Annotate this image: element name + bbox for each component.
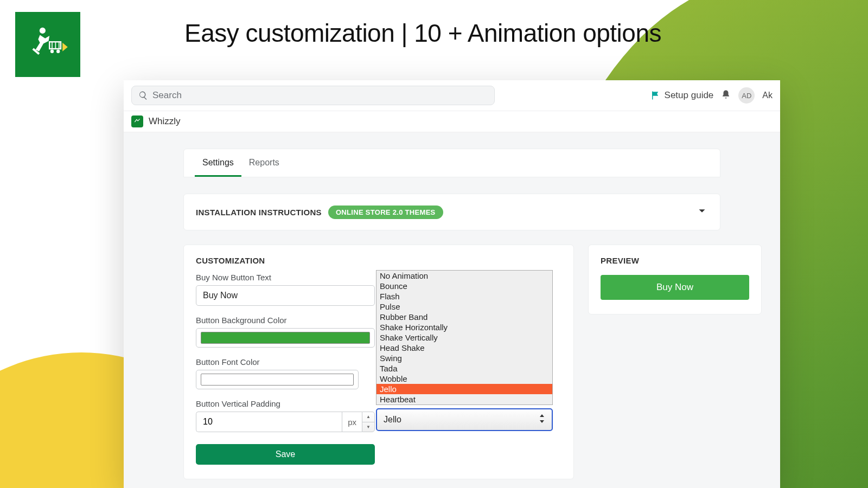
animation-option[interactable]: Pulse (376, 301, 552, 312)
font-color-input[interactable] (196, 370, 359, 389)
vpad-label: Button Vertical Padding (196, 399, 375, 408)
tab-reports[interactable]: Reports (241, 149, 287, 177)
animation-option[interactable]: Tada (376, 363, 552, 374)
bg-color-swatch (201, 332, 370, 344)
flag-icon (650, 91, 660, 100)
chevron-up-icon[interactable]: ▲ (362, 412, 374, 422)
preview-card: PREVIEW Buy Now (588, 245, 762, 314)
chevron-down-icon (696, 205, 708, 217)
font-color-label: Button Font Color (196, 357, 375, 367)
search-input[interactable]: Search (131, 86, 495, 105)
animation-select-value: Jello (384, 415, 401, 425)
bell-icon (721, 89, 731, 99)
preview-heading: PREVIEW (601, 256, 749, 265)
animation-listbox[interactable]: No AnimationBounceFlashPulseRubber BandS… (376, 270, 553, 405)
buy-now-text-label: Buy Now Button Text (196, 273, 375, 282)
vpad-input[interactable] (196, 412, 342, 432)
tab-settings[interactable]: Settings (195, 149, 241, 177)
themes-badge: ONLINE STORE 2.0 THEMES (328, 206, 443, 219)
breadcrumb: Whizzly (124, 111, 780, 132)
animation-option[interactable]: Wobble (376, 374, 552, 384)
animation-option[interactable]: No Animation (376, 271, 552, 281)
customization-card: CUSTOMIZATION Buy Now Button Text Button… (183, 245, 574, 479)
setup-guide-link[interactable]: Setup guide (650, 90, 714, 101)
svg-point-6 (56, 50, 60, 53)
app-mini-logo (131, 115, 143, 127)
installation-instructions-title: INSTALLATION INSTRUCTIONS (196, 208, 322, 217)
animation-option[interactable]: Jello (376, 384, 552, 394)
setup-guide-label: Setup guide (665, 90, 714, 101)
bg-color-input[interactable] (196, 328, 375, 348)
select-updown-icon (539, 414, 545, 425)
notifications-button[interactable] (721, 89, 731, 101)
search-icon (138, 91, 148, 100)
buy-now-text-input[interactable] (196, 285, 375, 306)
installation-instructions-card[interactable]: INSTALLATION INSTRUCTIONS ONLINE STORE 2… (183, 194, 720, 230)
app-window: Search Setup guide AD Ak Whizzly Setting… (124, 80, 780, 488)
runner-cart-icon (26, 23, 69, 66)
search-placeholder: Search (152, 90, 182, 101)
topbar: Search Setup guide AD Ak (124, 80, 780, 111)
animation-option[interactable]: Heartbeat (376, 394, 552, 404)
bg-color-label: Button Background Color (196, 316, 375, 325)
app-logo-tile (15, 12, 80, 77)
animation-option[interactable]: Shake Vertically (376, 332, 552, 343)
vpad-spinner[interactable]: ▲ ▼ (362, 412, 375, 432)
page-headline: Easy customization | 10 + Animation opti… (184, 18, 661, 48)
tabbar: Settings Reports (183, 149, 720, 177)
preview-buy-now-button[interactable]: Buy Now (601, 275, 749, 300)
svg-point-5 (50, 50, 54, 53)
animation-option[interactable]: Shake Horizontally (376, 322, 552, 332)
animation-select[interactable]: Jello (376, 408, 553, 431)
avatar[interactable]: AD (738, 87, 755, 104)
customization-heading: CUSTOMIZATION (196, 256, 561, 265)
animation-select-wrap: No AnimationBounceFlashPulseRubber BandS… (376, 270, 553, 431)
vpad-unit: px (342, 412, 362, 432)
save-button[interactable]: Save (196, 444, 375, 465)
font-color-swatch (201, 374, 354, 386)
chevron-down-icon[interactable]: ▼ (362, 422, 374, 432)
animation-option[interactable]: Bounce (376, 281, 552, 291)
expand-toggle[interactable] (696, 205, 708, 219)
animation-option[interactable]: Swing (376, 353, 552, 363)
animation-option[interactable]: Rubber Band (376, 312, 552, 322)
animation-option[interactable]: Head Shake (376, 343, 552, 353)
animation-option[interactable]: Flash (376, 291, 552, 301)
svg-point-0 (40, 28, 46, 34)
user-name-trail: Ak (762, 91, 773, 100)
breadcrumb-app-name[interactable]: Whizzly (149, 116, 181, 127)
